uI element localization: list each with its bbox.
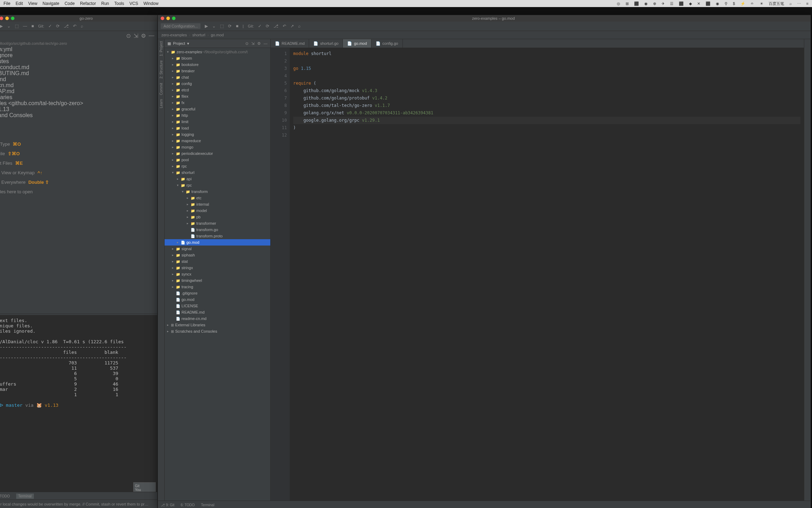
tree-row[interactable]: 📄.gitignore <box>165 290 270 296</box>
tree-row[interactable]: 📄transform.proto <box>165 233 270 239</box>
vcs-update-icon[interactable]: ⟳ <box>56 24 60 29</box>
stop-icon[interactable]: ⬚ <box>15 24 19 29</box>
build-icon[interactable]: — <box>23 24 27 29</box>
code[interactable]: module shorturl go 1.15 require ( github… <box>290 48 804 501</box>
tree-row[interactable]: ▸📁rpc <box>165 163 270 169</box>
breadcrumb-item[interactable]: zero-examples <box>161 33 187 37</box>
left-titlebar[interactable]: go-zero <box>0 15 157 22</box>
tree-row[interactable]: ▸📁limit <box>165 119 270 125</box>
tree-row[interactable]: ▸📁mapreduce <box>165 138 270 144</box>
tool-window-button[interactable]: 2: Structure <box>159 60 163 79</box>
vcs-revert-icon[interactable]: ↶ <box>283 24 286 29</box>
mac-menu-item[interactable]: File <box>4 1 10 6</box>
search-icon[interactable]: ⌕ <box>298 24 301 29</box>
tree-row[interactable]: 📄go.mod <box>165 296 270 303</box>
tree-item[interactable]: utes <box>0 58 157 64</box>
mac-menu-item[interactable]: Refactor <box>80 1 96 6</box>
mac-status-icon[interactable]: ⚲ <box>725 1 727 6</box>
project-tree[interactable]: ▾📁zero-examples ~/9tool/go/src/github.co… <box>165 48 270 501</box>
profile-icon[interactable]: ⟳ <box>228 24 232 29</box>
tree-row[interactable]: ▸📁internal <box>165 201 270 207</box>
tree-item[interactable]: 1.13 <box>0 106 157 112</box>
run-icon[interactable]: ▶ <box>0 24 3 29</box>
tool-window-button[interactable]: Learn <box>159 99 163 108</box>
tree-row[interactable]: ▸📁transformer <box>165 220 270 226</box>
mac-menu-item[interactable]: VCS <box>129 1 138 6</box>
mac-menu-item[interactable]: Navigate <box>43 1 59 6</box>
tool-window-button[interactable]: Commit <box>159 83 163 95</box>
tree-row[interactable]: ▸⊞Scratches and Consoles <box>165 328 270 334</box>
vcs-branch-icon[interactable]: ⎇ <box>64 24 69 29</box>
mac-status-icon[interactable]: ✕ <box>697 1 700 6</box>
mac-status-icon[interactable]: ◆ <box>689 1 692 6</box>
tree-row[interactable]: ▸📁filex <box>165 93 270 99</box>
tree-row[interactable]: ▸📁stat <box>165 258 270 265</box>
mac-status-icon[interactable]: ⬛ <box>634 1 639 6</box>
zoom-icon[interactable] <box>11 17 14 20</box>
tree-row[interactable]: ▸📁chat <box>165 74 270 80</box>
mac-status-icon[interactable]: ◉ <box>716 1 719 6</box>
mac-menu-item[interactable]: Code <box>64 1 75 6</box>
vcs-check-icon[interactable]: ✓ <box>258 24 262 29</box>
tree-row[interactable]: ▸📁mongo <box>165 144 270 150</box>
vcs-push-icon[interactable]: ↗ <box>290 24 294 29</box>
tree-row[interactable]: ▸📁timingwheel <box>165 277 270 284</box>
tree-row[interactable]: ▸📁pb <box>165 214 270 220</box>
tree-row[interactable]: ▸📁http <box>165 112 270 119</box>
mac-status-icon[interactable]: ☀ <box>760 1 763 6</box>
tree-row[interactable]: ▾📁transform <box>165 188 270 195</box>
mac-status-icon[interactable]: ✈ <box>662 1 665 6</box>
mac-menu-item[interactable]: Tools <box>114 1 124 6</box>
tree-row[interactable]: ▸📁api <box>165 176 270 182</box>
debug-icon[interactable]: ⌄ <box>212 24 216 29</box>
mac-status-icon[interactable]: ☰ <box>670 1 673 6</box>
editor-tab[interactable]: 📄config.go <box>371 39 403 48</box>
tree-row[interactable]: 📄README.md <box>165 309 270 315</box>
vcs-branch-icon[interactable]: ⎇ <box>273 24 278 29</box>
tree-item[interactable]: gnore <box>0 52 157 58</box>
tree-row[interactable]: ▸📁load <box>165 125 270 131</box>
mac-status-icon[interactable]: ⬛ <box>679 1 684 6</box>
tree-row[interactable]: 📄transform.go <box>165 226 270 233</box>
dropdown-icon[interactable]: ▾ <box>187 41 189 46</box>
tree-row[interactable]: ▸📁stringx <box>165 265 270 271</box>
editor-tab[interactable]: 📄README.md <box>271 39 309 48</box>
tree-row[interactable]: 📄readme-cn.md <box>165 315 270 322</box>
tree-item[interactable]: w.yml <box>0 46 157 52</box>
expand-icon[interactable]: ⇲ <box>251 41 254 46</box>
mac-status-icon[interactable]: ⊕ <box>653 1 656 6</box>
tree-row[interactable]: ▾📁rpc <box>165 182 270 188</box>
nav-icon[interactable]: ■ <box>31 24 34 29</box>
run-config-dropdown[interactable]: Add Configuration... <box>161 23 201 29</box>
mac-status-icon[interactable]: ⋯ <box>797 1 801 6</box>
breadcrumb[interactable]: zero-examples›shorturl›go.mod <box>158 31 811 39</box>
tree-row[interactable]: ▸📁bookstore <box>165 61 270 68</box>
bottom-tab[interactable]: ⎇ 9: Git <box>161 503 174 507</box>
tree-row[interactable]: ▸⊞External Libraries <box>165 322 270 328</box>
mac-status-icon[interactable]: ◎ <box>617 1 620 6</box>
tree-row[interactable]: ▸📁etcd <box>165 87 270 93</box>
tree-row[interactable]: ▸📁etc <box>165 195 270 201</box>
bottom-tab[interactable]: Terminal <box>201 503 214 507</box>
left-terminal-output[interactable]: ext files. nique files. iles ignored. /A… <box>0 315 157 501</box>
tree-row[interactable]: ▾📁zero-examples ~/9tool/go/src/github.co… <box>165 49 270 55</box>
breadcrumb-item[interactable]: shorturl <box>192 33 205 37</box>
mac-menu-item[interactable]: Edit <box>16 1 23 6</box>
search-icon[interactable]: ⌕ <box>81 24 83 29</box>
minimize-icon[interactable] <box>5 17 9 20</box>
hide-icon[interactable]: — <box>149 32 154 39</box>
tab-terminal[interactable]: Terminal <box>16 494 34 499</box>
vcs-check-icon[interactable]: ✓ <box>48 24 52 29</box>
coverage-icon[interactable]: ⬚ <box>220 24 224 29</box>
tree-row[interactable]: 📄LICENSE <box>165 303 270 309</box>
run-icon[interactable]: ▶ <box>205 24 208 29</box>
tool-window-button[interactable]: 1: Project <box>159 41 163 56</box>
expand-icon[interactable]: ⇲ <box>134 32 138 39</box>
tree-row[interactable]: ▸📄go.mod <box>165 239 270 246</box>
mac-status-icon[interactable]: ⬛ <box>706 1 710 6</box>
close-icon[interactable] <box>0 17 3 20</box>
mac-status-icon[interactable]: 百度五笔 <box>769 1 784 6</box>
tree-row[interactable]: ▸📁model <box>165 207 270 214</box>
hide-icon[interactable]: — <box>264 41 267 46</box>
mac-status-icon[interactable]: ⚡ <box>740 1 745 6</box>
